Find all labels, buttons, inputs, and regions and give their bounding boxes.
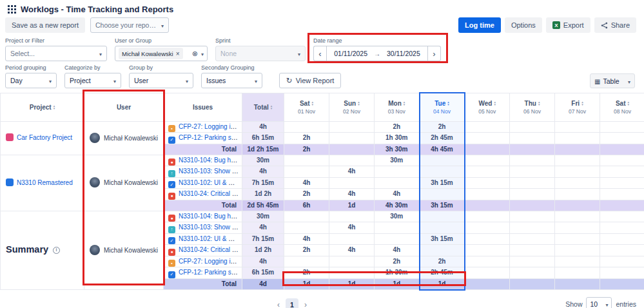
day-cell[interactable] (555, 245, 600, 256)
day-cell[interactable] (420, 166, 465, 178)
day-cell[interactable] (284, 155, 329, 166)
day-cell[interactable] (510, 233, 555, 245)
day-cell[interactable] (465, 133, 510, 144)
prev-page-button[interactable]: ‹ (277, 300, 280, 308)
day-cell[interactable]: 3h 15m (420, 233, 465, 245)
column-header-thu-06-nov[interactable]: Thu▴▾06 Nov (510, 93, 555, 121)
day-cell[interactable]: 2h (420, 121, 465, 133)
column-header-sun-02-nov[interactable]: Sun▴▾02 Nov (329, 93, 375, 121)
day-cell[interactable] (555, 155, 600, 166)
day-cell[interactable] (375, 222, 420, 234)
day-cell[interactable] (284, 121, 329, 133)
day-cell[interactable] (510, 267, 555, 279)
day-cell[interactable] (600, 189, 644, 200)
day-cell[interactable] (600, 245, 644, 256)
day-cell[interactable] (600, 233, 644, 245)
day-cell[interactable] (284, 222, 329, 234)
issue-link[interactable]: CFP-27: Logging into c... (179, 258, 242, 265)
day-cell[interactable] (284, 211, 329, 222)
options-button[interactable]: Options (505, 17, 542, 33)
day-cell[interactable] (510, 121, 555, 133)
date-next-button[interactable] (428, 46, 441, 61)
day-cell[interactable] (555, 133, 600, 144)
day-cell[interactable]: 2h (284, 189, 329, 200)
day-cell[interactable]: 4h (329, 222, 375, 234)
day-cell[interactable] (465, 211, 510, 222)
day-cell[interactable] (600, 133, 644, 144)
day-cell[interactable] (555, 189, 600, 200)
day-cell[interactable] (375, 177, 420, 189)
day-cell[interactable]: 2h (375, 121, 420, 133)
day-cell[interactable] (329, 256, 375, 267)
issue-link[interactable]: N3310-103: Show the i... (179, 224, 242, 231)
user-filter-select[interactable]: Michał Kowalewski (115, 46, 208, 61)
period-grouping-select[interactable]: Day (5, 73, 57, 88)
day-cell[interactable] (510, 245, 555, 256)
day-cell[interactable] (510, 256, 555, 267)
day-cell[interactable]: 4h (329, 166, 375, 178)
day-cell[interactable] (510, 189, 555, 200)
day-cell[interactable]: 4h (284, 177, 329, 189)
log-time-button[interactable]: Log time (458, 17, 501, 33)
day-cell[interactable]: 4h (329, 189, 375, 200)
day-cell[interactable] (600, 177, 644, 189)
page-size-select[interactable]: 10 (586, 297, 612, 308)
day-cell[interactable] (465, 267, 510, 279)
secondary-grouping-select[interactable]: Issues (201, 73, 262, 88)
issue-link[interactable]: N3310-24: Critical Bug (179, 246, 242, 253)
day-cell[interactable] (329, 133, 375, 144)
day-cell[interactable] (555, 121, 600, 133)
issue-link[interactable]: CFP-12: Parking syste... (179, 134, 242, 141)
day-cell[interactable] (465, 222, 510, 234)
current-page-button[interactable]: 1 (286, 298, 298, 308)
day-cell[interactable] (465, 155, 510, 166)
project-filter-select[interactable]: Select... (5, 46, 107, 61)
day-cell[interactable] (465, 189, 510, 200)
day-cell[interactable]: 4h (375, 245, 420, 256)
day-cell[interactable] (465, 256, 510, 267)
day-cell[interactable] (329, 267, 375, 279)
day-cell[interactable] (510, 211, 555, 222)
sprint-filter-select[interactable]: None (215, 46, 306, 61)
day-cell[interactable] (600, 121, 644, 133)
day-cell[interactable] (600, 222, 644, 234)
column-header-sat-08-nov[interactable]: Sat▴▾08 Nov (600, 93, 644, 121)
issue-link[interactable]: CFP-12: Parking syste... (179, 269, 242, 276)
column-header-tue-04-nov[interactable]: Tue▴▾04 Nov (420, 93, 465, 121)
day-cell[interactable]: 1h 30m (375, 267, 420, 279)
day-cell[interactable] (284, 166, 329, 178)
day-cell[interactable] (555, 177, 600, 189)
day-cell[interactable]: 4h (329, 245, 375, 256)
next-page-button[interactable]: › (304, 300, 307, 308)
day-cell[interactable]: 2h (375, 256, 420, 267)
project-link[interactable]: Car Factory Project (17, 134, 72, 141)
day-cell[interactable]: 1h 30m (375, 133, 420, 144)
day-cell[interactable]: 2h (284, 245, 329, 256)
day-cell[interactable]: 30m (375, 211, 420, 222)
day-cell[interactable] (555, 256, 600, 267)
issue-link[interactable]: N3310-104: Bug happe... (179, 213, 242, 220)
day-cell[interactable] (465, 233, 510, 245)
day-cell[interactable]: 2h (420, 256, 465, 267)
day-cell[interactable] (329, 155, 375, 166)
column-header-sat-01-nov[interactable]: Sat▴▾01 Nov (284, 93, 329, 121)
issue-link[interactable]: CFP-27: Logging into c... (179, 123, 242, 130)
day-cell[interactable] (555, 222, 600, 234)
day-cell[interactable]: 30m (375, 155, 420, 166)
day-cell[interactable]: 2h (284, 133, 329, 144)
column-header-total[interactable]: Total▴▾ (242, 93, 284, 121)
day-cell[interactable]: 4h (375, 189, 420, 200)
day-cell[interactable] (375, 233, 420, 245)
day-cell[interactable] (465, 177, 510, 189)
day-cell[interactable] (329, 121, 375, 133)
group-by-select[interactable]: User (129, 73, 193, 88)
day-cell[interactable] (420, 211, 465, 222)
day-cell[interactable] (465, 245, 510, 256)
day-cell[interactable] (555, 267, 600, 279)
day-cell[interactable] (420, 245, 465, 256)
date-prev-button[interactable] (313, 46, 326, 61)
day-cell[interactable] (600, 155, 644, 166)
day-cell[interactable] (510, 177, 555, 189)
day-cell[interactable] (600, 166, 644, 178)
view-report-button[interactable]: View Report (279, 73, 341, 88)
